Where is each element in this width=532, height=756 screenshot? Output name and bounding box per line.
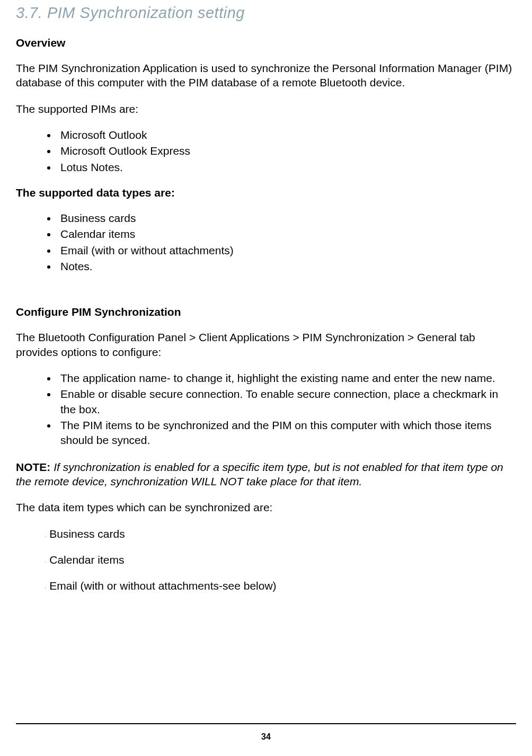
page-footer: 34 (16, 723, 516, 742)
note-label: NOTE: (16, 461, 50, 473)
note-paragraph: NOTE: If synchronization is enabled for … (16, 460, 516, 489)
sync-items-list: Business cards Calendar items Email (wit… (16, 527, 516, 593)
sync-items-label: The data item types which can be synchro… (16, 500, 516, 514)
list-item: Business cards (57, 211, 516, 226)
list-item: Email (with or without attachments-see b… (45, 579, 516, 593)
list-item: The PIM items to be synchronized and the… (57, 418, 516, 448)
list-item: Calendar items (45, 553, 516, 567)
configure-options-list: The application name- to change it, high… (16, 371, 516, 448)
list-item: Calendar items (57, 227, 516, 242)
list-item: Microsoft Outlook Express (57, 144, 516, 158)
list-item-text: Business cards (49, 528, 125, 540)
overview-text: The PIM Synchronization Application is u… (16, 61, 516, 90)
list-item: Email (with or without attachments) (57, 243, 516, 258)
supported-pims-list: Microsoft Outlook Microsoft Outlook Expr… (16, 128, 516, 175)
list-item: Enable or disable secure connection. To … (57, 387, 516, 417)
section-title: 3.7. PIM Synchronization setting (16, 4, 516, 22)
list-item: The application name- to change it, high… (57, 371, 516, 386)
list-item-text: Calendar items (49, 554, 124, 566)
note-body: If synchronization is enabled for a spec… (16, 461, 503, 487)
configure-intro: The Bluetooth Configuration Panel > Clie… (16, 330, 516, 359)
page-number: 34 (261, 732, 271, 741)
configure-heading: Configure PIM Synchronization (16, 306, 516, 318)
overview-heading: Overview (16, 37, 516, 49)
list-item-text: Email (with or without attachments-see b… (49, 580, 276, 592)
footer-divider (16, 723, 516, 724)
list-item: Business cards (45, 527, 516, 541)
supported-pims-label: The supported PIMs are: (16, 102, 516, 116)
list-item: Microsoft Outlook (57, 128, 516, 143)
supported-types-list: Business cards Calendar items Email (wit… (16, 211, 516, 274)
list-item: Lotus Notes. (57, 160, 516, 175)
list-item: Notes. (57, 259, 516, 274)
supported-types-heading: The supported data types are: (16, 186, 516, 199)
